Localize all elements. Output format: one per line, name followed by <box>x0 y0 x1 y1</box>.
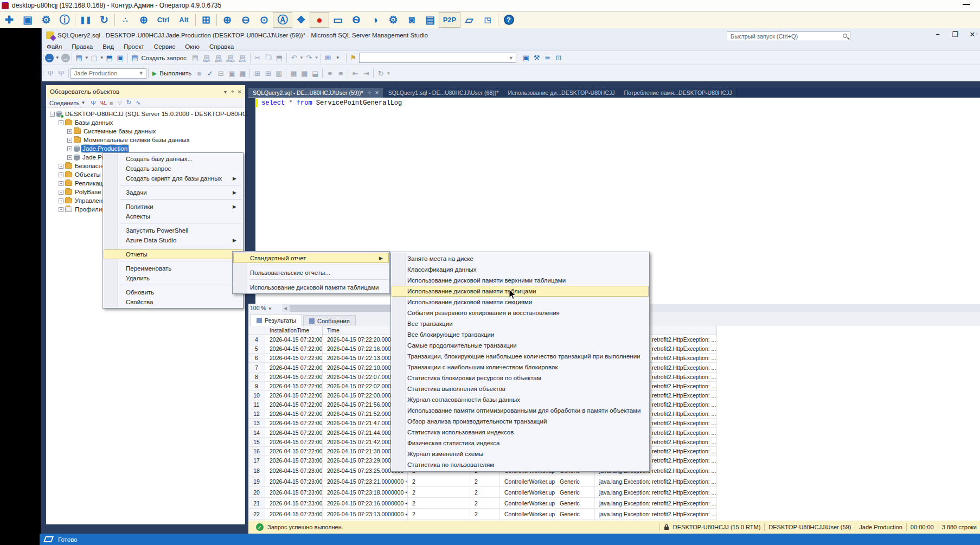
alt-key-icon[interactable]: Alt <box>174 13 194 27</box>
window-icon[interactable]: ▣ <box>521 53 531 63</box>
change-connection-icon[interactable]: Ψ <box>56 68 67 79</box>
expand-icon[interactable]: − <box>59 120 63 125</box>
window-position-icon[interactable]: ▾ <box>224 89 227 95</box>
menu-item[interactable]: Обновить <box>103 287 243 297</box>
settings-doc-icon[interactable]: ⚙ <box>37 13 55 27</box>
menu-item[interactable]: Транзакции с наибольшим количеством блок… <box>391 362 649 373</box>
icon7[interactable]: ▤ <box>288 68 299 79</box>
menu-Вид[interactable]: Вид <box>98 43 119 50</box>
minimize-button[interactable] <box>963 4 970 5</box>
icon8[interactable]: ▦ <box>299 68 310 79</box>
expand-icon[interactable]: + <box>67 138 72 143</box>
grid-row[interactable]: 222026-04-15 07:23:002026-04-15 07:23:13… <box>248 509 717 520</box>
refresh-icon[interactable]: ↻ <box>95 13 113 27</box>
grid-row[interactable]: 192026-04-15 07:23:002026-04-15 07:23:21… <box>248 476 717 487</box>
menu-Справка[interactable]: Справка <box>204 43 239 50</box>
menu-item[interactable]: Запустить PowerShell <box>103 226 243 235</box>
menu-item[interactable]: Статистика блокировки ресурсов по объект… <box>391 373 649 383</box>
menu-item[interactable]: Политики▶ <box>103 202 243 211</box>
menu-item[interactable]: Создать скрипт для базы данных▶ <box>103 174 243 183</box>
chat-icon[interactable]: ▤ <box>421 13 439 27</box>
save-all-icon[interactable]: ▣ <box>115 53 126 63</box>
undo-icon[interactable]: ↶ <box>289 53 299 63</box>
pause-icon[interactable]: ❚❚ <box>76 13 95 27</box>
menu-item[interactable]: Физическая статистика индекса <box>391 438 649 448</box>
menu-item[interactable]: События резервного копирования и восстан… <box>391 307 649 318</box>
menu-Окно[interactable]: Окно <box>180 43 204 50</box>
document-tab[interactable]: Использование ди...DESKTOP-U80HCJJ <box>503 88 619 98</box>
icon14[interactable]: ↻ <box>375 68 386 79</box>
menu-item[interactable]: Классификация данных <box>391 264 649 275</box>
database-engine-query-icon[interactable]: ▤ <box>190 53 201 63</box>
menu-item[interactable]: Использование памяти оптимизированными д… <box>391 405 649 416</box>
frame-icon[interactable]: ⊡ <box>553 53 564 63</box>
connect-button[interactable]: Соединить <box>49 100 80 106</box>
tree-item[interactable]: +Профилир <box>59 205 105 214</box>
menu-Правка[interactable]: Правка <box>67 43 98 50</box>
query-text[interactable]: select * from ServicePointGeneralLog <box>261 99 402 107</box>
monitor-icon[interactable]: ▭ <box>329 13 347 27</box>
zoom-in-icon[interactable]: ⊕ <box>218 13 236 27</box>
close-icon[interactable]: ✕ <box>375 90 379 95</box>
icon2[interactable]: ▣ <box>226 68 237 79</box>
new-project-icon[interactable]: ▤ <box>74 53 85 63</box>
save-icon[interactable]: ▣ <box>18 13 37 27</box>
tree-item[interactable]: +Jade.Pro <box>67 153 107 162</box>
results-tab-messages[interactable]: Сообщения <box>303 315 356 326</box>
menu-Проект[interactable]: Проект <box>119 43 149 50</box>
menu-item[interactable]: Аспекты <box>103 211 243 221</box>
menu-Файл[interactable]: Файл <box>42 43 67 50</box>
menu-item[interactable]: Удалить <box>103 273 243 283</box>
pin-icon[interactable]: ⊹ <box>367 90 371 95</box>
expand-icon[interactable]: + <box>59 164 63 169</box>
redo-icon[interactable]: ↷ <box>304 53 315 63</box>
menu-item[interactable]: Занято места на диске <box>391 253 649 264</box>
cut-icon[interactable]: ✂ <box>252 53 263 63</box>
menu-item[interactable]: Статистика по пользователям <box>391 459 649 470</box>
shield-icon[interactable]: ◑ <box>366 13 384 27</box>
menu-item[interactable]: Свойства <box>103 297 243 307</box>
parse-icon[interactable]: ✓ <box>204 68 215 79</box>
menu-item[interactable]: Azure Data Studio▶ <box>103 235 243 245</box>
expand-icon[interactable]: + <box>67 146 72 151</box>
icon13[interactable]: ⇥ <box>361 68 371 79</box>
menu-item[interactable]: Отчеты▶ <box>103 249 243 259</box>
zoom-select[interactable]: 100 % ▼ <box>249 304 281 312</box>
topology-icon[interactable]: ∴ <box>116 13 134 27</box>
activity-icon[interactable]: ∿ <box>136 99 140 106</box>
menu-item[interactable]: Стандартный отчет▶ <box>233 253 389 263</box>
menu-item[interactable]: Статистика использования индексов <box>391 427 649 438</box>
external-window-icon[interactable]: ◳ <box>478 13 497 27</box>
new-window-icon[interactable]: ⊞ <box>197 13 215 27</box>
query-type-xmla-icon[interactable]: ▤XMLA <box>225 54 236 62</box>
document-tab[interactable]: SQLQuery2.sql - DE...U80HCJJ\User (59))*… <box>248 88 384 98</box>
menu-item[interactable]: Использование дисковой памяти таблицами <box>391 286 649 297</box>
menu-Сервис[interactable]: Сервис <box>149 43 180 50</box>
restore-button[interactable]: ❐ <box>951 30 959 39</box>
menu-item[interactable]: Транзакции, блокирующие наибольшее колич… <box>391 351 649 362</box>
query-type-dax-icon[interactable]: ▤DAX <box>236 54 248 62</box>
object-explorer-header[interactable]: Обозреватель объектов ▾ ⌖ ✕ <box>46 85 245 98</box>
menu-item[interactable]: Использование дисковой памяти таблицами <box>233 282 389 292</box>
tree-item[interactable]: −DESKTOP-U80HCJJ (SQL Server 15.0.2000 -… <box>50 110 270 118</box>
properties-window-icon[interactable]: ⚒ <box>531 53 542 63</box>
menu-item[interactable]: Все транзакции <box>391 318 649 329</box>
pin-icon[interactable]: ⌖ <box>231 88 234 95</box>
expand-icon[interactable]: + <box>59 181 63 186</box>
menu-item[interactable]: Создать запрос <box>103 164 243 174</box>
tree-item[interactable]: +Управлени <box>59 196 106 205</box>
info-doc-icon[interactable]: ⓘ <box>55 13 74 27</box>
icon3[interactable]: ▦ <box>237 68 248 79</box>
p2p-icon[interactable]: P2P <box>439 13 460 27</box>
menu-item[interactable]: Создать базу данных... <box>103 154 243 164</box>
kontur-logo-icon[interactable]: ▱ <box>460 13 478 27</box>
ctrl-key-icon[interactable]: Ctrl <box>153 13 174 27</box>
menu-item[interactable]: Пользовательские отчеты... <box>233 267 389 278</box>
minimize-button[interactable]: − <box>933 30 942 39</box>
menu-item[interactable]: Статистика выполнения объектов <box>391 383 649 394</box>
query-type-mdx-icon[interactable]: ▤MDX <box>201 54 213 62</box>
fullscreen-icon[interactable]: ❖ <box>292 13 310 27</box>
document-tab[interactable]: SQLQuery1.sql - DE...U80HCJJ\User (68))* <box>384 88 504 98</box>
connect-server-icon[interactable]: Ψ <box>91 100 95 106</box>
expand-icon[interactable]: + <box>59 190 63 195</box>
